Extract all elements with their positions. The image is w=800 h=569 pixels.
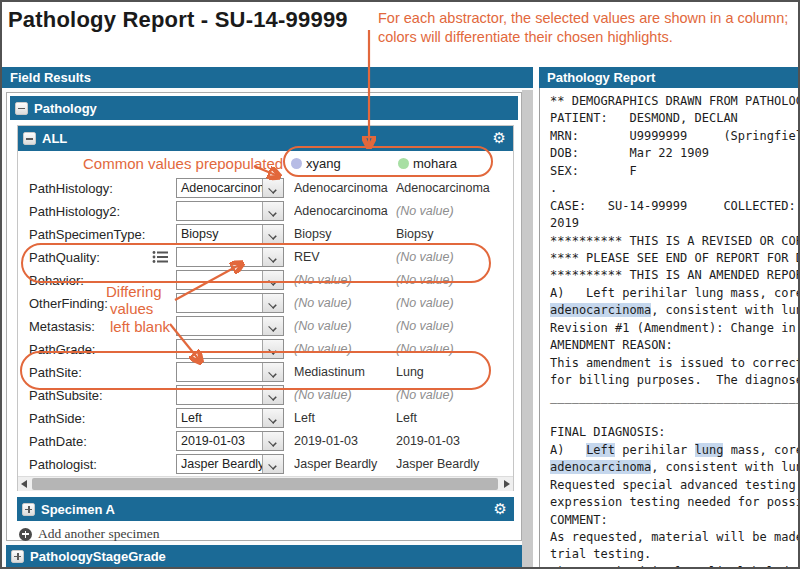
field-dropdown[interactable]: [176, 270, 284, 290]
dropdown-value[interactable]: [177, 317, 262, 335]
horizontal-scrollbar[interactable]: [18, 476, 513, 491]
field-dropdown[interactable]: [176, 316, 284, 336]
field-label: Behavior:: [29, 273, 84, 288]
field-dropdown[interactable]: Left: [176, 408, 284, 428]
field-row: PathGrade:(No value)(No value): [18, 338, 513, 361]
pathology-stage-grade-header[interactable]: PathologyStageGrade: [6, 545, 522, 567]
field-label: OtherFinding:: [29, 296, 108, 311]
no-value-text: (No value): [396, 319, 454, 333]
pathology-stage-grade-label: PathologyStageGrade: [30, 549, 166, 564]
expand-icon[interactable]: [11, 550, 24, 563]
no-value-text: (No value): [294, 342, 352, 356]
chevron-down-icon[interactable]: [262, 202, 283, 220]
gear-icon[interactable]: ⚙: [493, 131, 506, 146]
chevron-down-icon[interactable]: [262, 294, 283, 312]
field-label: PathSpecimenType:: [29, 227, 145, 242]
dropdown-value[interactable]: Biopsy: [177, 225, 262, 243]
field-dropdown[interactable]: [176, 293, 284, 313]
annotation-differing-line: Differing: [106, 283, 162, 300]
dropdown-value[interactable]: Adenocarcinoma: [177, 179, 262, 197]
field-dropdown[interactable]: [176, 247, 284, 267]
xyang-value: Biopsy: [294, 227, 394, 241]
dropdown-value[interactable]: Jasper Beardly: [177, 455, 262, 473]
chevron-down-icon[interactable]: [262, 271, 283, 289]
field-dropdown[interactable]: Biopsy: [176, 224, 284, 244]
highlighted-term: Left: [586, 443, 615, 457]
chevron-down-icon[interactable]: [262, 340, 283, 358]
field-row: PathSide:LeftLeftLeft: [18, 407, 513, 430]
add-another-specimen-button[interactable]: Add another specimen: [19, 526, 159, 542]
no-value-text: (No value): [396, 204, 454, 218]
scroll-left-icon[interactable]: [21, 480, 27, 488]
chevron-down-icon[interactable]: [262, 409, 283, 427]
abstractor-name: xyang: [306, 156, 341, 171]
dropdown-value[interactable]: [177, 363, 262, 381]
gear-icon[interactable]: ⚙: [494, 502, 507, 517]
pathology-report-header: Pathology Report: [539, 67, 800, 88]
field-dropdown[interactable]: Jasper Beardly: [176, 454, 284, 474]
dropdown-value[interactable]: [177, 386, 262, 404]
chevron-down-icon[interactable]: [262, 432, 283, 450]
mohara-value: 2019-01-03: [396, 434, 508, 448]
field-row: OtherFinding:(No value)(No value): [18, 292, 513, 315]
field-label: PathHistology:: [29, 181, 113, 196]
add-icon: [19, 528, 32, 541]
mohara-value: (No value): [396, 250, 508, 264]
vertical-scrollbar[interactable]: [522, 90, 533, 567]
report-line: A) Left perihilar lung mass, core: [550, 286, 800, 303]
dropdown-value[interactable]: [177, 271, 262, 289]
scroll-right-icon[interactable]: [504, 480, 510, 488]
chevron-down-icon[interactable]: [262, 248, 283, 266]
mohara-value: (No value): [396, 296, 508, 310]
dropdown-value[interactable]: Left: [177, 409, 262, 427]
chevron-down-icon[interactable]: [262, 179, 283, 197]
mohara-value: (No value): [396, 342, 508, 356]
field-dropdown[interactable]: [176, 201, 284, 221]
collapse-icon[interactable]: [15, 102, 28, 115]
collapse-icon[interactable]: [23, 132, 36, 145]
field-dropdown[interactable]: [176, 362, 284, 382]
report-line: PATIENT: DESMOND, DECLAN: [550, 111, 800, 128]
dropdown-value[interactable]: [177, 340, 262, 358]
field-dropdown[interactable]: Adenocarcinoma: [176, 178, 284, 198]
field-label: PathSubsite:: [29, 388, 103, 403]
field-row: Behavior:(No value)(No value): [18, 269, 513, 292]
field-rows: PathHistology:AdenocarcinomaAdenocarcino…: [18, 177, 513, 476]
dropdown-value[interactable]: [177, 248, 262, 266]
pathology-section-header[interactable]: Pathology: [10, 96, 518, 120]
chevron-down-icon[interactable]: [262, 455, 283, 473]
xyang-value: (No value): [294, 273, 394, 287]
abstractor-color-dot: [398, 158, 409, 169]
xyang-value: (No value): [294, 296, 394, 310]
list-icon[interactable]: [152, 250, 168, 264]
dropdown-value[interactable]: [177, 294, 262, 312]
field-dropdown[interactable]: [176, 385, 284, 405]
all-section-header[interactable]: ALL ⚙: [18, 126, 513, 151]
mohara-value: Jasper Beardly: [396, 457, 508, 471]
field-dropdown[interactable]: [176, 339, 284, 359]
field-row: Metastasis:(No value)(No value): [18, 315, 513, 338]
dropdown-value[interactable]: 2019-01-03: [177, 432, 262, 450]
report-line: A) Left perihilar lung mass, core: [550, 443, 800, 460]
chevron-down-icon[interactable]: [262, 386, 283, 404]
scrollbar-thumb[interactable]: [32, 478, 498, 490]
mohara-value: Left: [396, 411, 508, 425]
dropdown-value[interactable]: [177, 202, 262, 220]
xyang-value: (No value): [294, 342, 394, 356]
mohara-value: Adenocarcinoma: [396, 181, 508, 195]
field-row: PathSite:MediastinumLung: [18, 361, 513, 384]
report-line: 2019: [550, 216, 800, 233]
highlighted-term: lung: [695, 443, 724, 457]
mohara-value: (No value): [396, 319, 508, 333]
chevron-down-icon[interactable]: [262, 317, 283, 335]
xyang-value: Jasper Beardly: [294, 457, 394, 471]
no-value-text: (No value): [396, 296, 454, 310]
report-line: This amendment is issued to correct: [550, 356, 800, 373]
field-row: Pathologist:Jasper BeardlyJasper Beardly…: [18, 453, 513, 476]
chevron-down-icon[interactable]: [262, 225, 283, 243]
field-dropdown[interactable]: 2019-01-03: [176, 431, 284, 451]
specimen-a-header[interactable]: Specimen A ⚙: [17, 497, 514, 521]
field-row: PathQuality: REV(No value): [18, 246, 513, 269]
chevron-down-icon[interactable]: [262, 363, 283, 381]
expand-icon[interactable]: [22, 503, 35, 516]
